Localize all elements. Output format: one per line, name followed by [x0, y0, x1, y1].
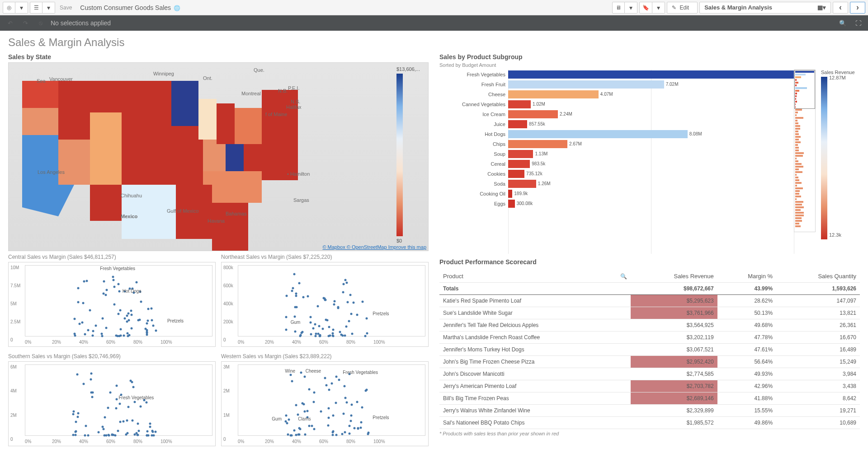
- scatter-annotation: Fresh Vegetables: [119, 395, 154, 400]
- bar-label: Ice Cream: [439, 109, 505, 119]
- device-preview-caret[interactable]: ▾: [625, 2, 637, 14]
- col-qty[interactable]: Sales Quantity: [776, 270, 860, 283]
- map-city-label: Halifax: [286, 104, 302, 110]
- legend-gradient: [821, 77, 827, 239]
- scatter-chart[interactable]: GumPretzels 800k600k400k200k00%20%40%60%…: [221, 262, 429, 347]
- next-sheet-button[interactable]: ›: [850, 2, 865, 14]
- globe-icon: [174, 4, 180, 11]
- view-list-button[interactable]: ☰: [30, 2, 42, 14]
- step-back-button: ↶: [5, 18, 15, 28]
- left-column: Sales by State: [8, 53, 429, 446]
- table-row[interactable]: Martha's Landslide French Roast Coffee$3…: [439, 332, 860, 344]
- selections-tool-button[interactable]: ⛶: [853, 18, 863, 28]
- scatter-annotation: Cheese: [306, 369, 321, 374]
- bar[interactable]: [508, 180, 536, 188]
- bar[interactable]: [508, 190, 512, 198]
- table-footnote: * Products with sales less than prior ye…: [439, 431, 860, 436]
- table-row[interactable]: Katie's Red Spade Pimento Loaf$5,295,623…: [439, 295, 860, 307]
- col-product[interactable]: Product: [439, 270, 631, 283]
- bar[interactable]: [508, 150, 533, 158]
- view-list-caret[interactable]: ▾: [42, 2, 55, 14]
- bar-value: 7.02M: [666, 82, 679, 87]
- bar[interactable]: [508, 80, 664, 89]
- bar[interactable]: [508, 100, 531, 108]
- nav-menu-caret[interactable]: ▾: [15, 2, 28, 14]
- table-row[interactable]: Jennifer's Tell Tale Red Delcious Apples…: [439, 319, 860, 332]
- selections-bar: ↶ ↷ ⦸ No selections applied 🔍 ⛶: [0, 15, 868, 31]
- map-chart[interactable]: Vancouver Winnipeg Ont. Que. Montreal N.…: [8, 62, 429, 251]
- scatter-chart[interactable]: Fresh VegetablesHot DogsPretzels 10M7.5M…: [8, 262, 216, 347]
- bar-label: Soda: [439, 179, 505, 189]
- scatter-annotation: Hot Dogs: [123, 289, 142, 294]
- bar[interactable]: [508, 70, 794, 79]
- scatter-title: Northeast Sales vs Margin (Sales $7,225,…: [221, 254, 429, 260]
- top-toolbar: ◎ ▾ ☰ ▾ Save Custom Consumer Goods Sales…: [0, 0, 868, 15]
- svg-rect-13: [203, 140, 226, 171]
- map-city-label: N.B.: [278, 88, 288, 93]
- smart-search-button[interactable]: 🔍: [837, 18, 848, 28]
- device-preview-button[interactable]: 🖥: [612, 2, 625, 14]
- table-row[interactable]: John's Discover Manicotti$2,774,58549.93…: [439, 368, 860, 380]
- col-margin[interactable]: Margin %: [717, 270, 776, 283]
- bar[interactable]: [508, 130, 688, 138]
- svg-rect-15: [226, 144, 244, 176]
- map-city-label: Winnipeg: [153, 71, 174, 76]
- scatter-annotation: Pretzels: [373, 415, 389, 420]
- bar[interactable]: [508, 160, 530, 168]
- table-title: Product Performance Scorecard: [439, 258, 860, 266]
- save-button[interactable]: Save: [57, 2, 75, 14]
- bar-label: Hot Dogs: [439, 129, 505, 139]
- svg-rect-0: [22, 81, 58, 108]
- search-icon[interactable]: [620, 273, 627, 280]
- bar-value: 983.5k: [532, 161, 545, 166]
- bar[interactable]: [508, 140, 567, 148]
- prev-sheet-button[interactable]: ‹: [833, 2, 848, 14]
- barchart-subtitle: Sorted by Budget Amount: [439, 62, 860, 68]
- bar-value: 735.12k: [526, 171, 542, 176]
- scorecard-table[interactable]: Product Sales Revenue Margin % Sales Qua…: [439, 270, 860, 429]
- scatter-chart[interactable]: Fresh Vegetables 6M4M2M00%20%40%60%80%10…: [8, 361, 216, 446]
- scatter-annotation: Wine: [285, 369, 295, 374]
- map-city-label: Sea: [37, 78, 46, 84]
- table-row[interactable]: Jerry's American Pimento Loaf$2,703,7824…: [439, 380, 860, 392]
- map-city-label: Sargas: [293, 197, 309, 203]
- legend-gradient: [396, 74, 403, 236]
- svg-rect-3: [58, 140, 90, 185]
- scatter-annotation: Pretzels: [167, 318, 184, 323]
- bar-label: Cooking Oil: [439, 189, 505, 199]
- table-row[interactable]: Sue's Landslide White Sugar$3,761,96650.…: [439, 307, 860, 319]
- col-sales[interactable]: Sales Revenue: [631, 270, 717, 283]
- edit-button[interactable]: ✎Edit: [667, 2, 698, 14]
- scatter-annotation: Clams: [298, 416, 311, 421]
- bar[interactable]: [508, 90, 599, 98]
- map-city-label: P.E.I.: [288, 85, 299, 91]
- map-city-label: Ont.: [203, 75, 212, 81]
- bookmark-button[interactable]: 🔖: [639, 2, 652, 14]
- bar[interactable]: [508, 110, 558, 118]
- bar[interactable]: [508, 170, 524, 178]
- bar[interactable]: [508, 120, 527, 128]
- map-attribution[interactable]: © Mapbox © OpenStreetMap Improve this ma…: [322, 244, 426, 250]
- sheets-grid-icon: ▦▾: [817, 4, 826, 11]
- bar-value: 857.55k: [529, 121, 545, 126]
- legend-max: 12.87M: [829, 75, 846, 80]
- table-row[interactable]: Jerry's Walrus White Zinfandel Wine$2,32…: [439, 405, 860, 417]
- scatter-annotation: Pretzels: [373, 311, 389, 316]
- scatter-chart[interactable]: WineCheeseFresh VegetablesGumClamsPretze…: [221, 361, 429, 446]
- bar[interactable]: [508, 200, 515, 208]
- bookmark-caret[interactable]: ▾: [652, 2, 665, 14]
- table-row[interactable]: Sal's Nationeel BBQ Potato Chips$1,985,5…: [439, 417, 860, 429]
- minichart-scrollbar[interactable]: [794, 70, 816, 232]
- nav-menu-button[interactable]: ◎: [3, 2, 15, 14]
- table-row[interactable]: Jennifer's Moms Turkey Hot Dogs$3,067,52…: [439, 344, 860, 356]
- table-row[interactable]: John's Big Time Frozen Cheese Pizza$2,95…: [439, 356, 860, 368]
- table-row[interactable]: Bill's Big Time Frozen Peas$2,689,14641.…: [439, 392, 860, 405]
- bar-value: 1.13M: [535, 151, 547, 156]
- bar-label: Cheese: [439, 89, 505, 99]
- barchart[interactable]: Fresh VegetablesFresh FruitCheeseCanned …: [439, 70, 860, 254]
- bar-value: 189.9k: [514, 191, 528, 196]
- sheet-selector[interactable]: Sales & Margin Analysis ▦▾: [699, 2, 831, 14]
- map-legend: $13,606,... $0: [396, 66, 425, 247]
- map-city-label: Chihuahu: [121, 193, 142, 198]
- bar-label: Fresh Vegetables: [439, 70, 505, 79]
